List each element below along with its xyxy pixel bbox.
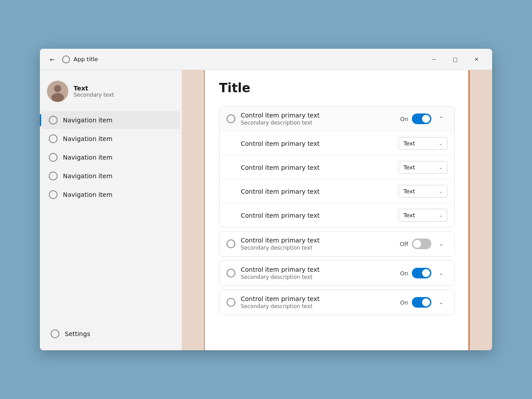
control-secondary-text: Secondary description text bbox=[241, 303, 400, 309]
control-right: Text ⌄ bbox=[399, 137, 447, 150]
right-accent-line bbox=[469, 70, 470, 350]
nav-radio-icon bbox=[49, 153, 58, 162]
control-item-1[interactable]: Control item primary text Secondary desc… bbox=[219, 106, 454, 132]
dropdown-text: Text bbox=[403, 188, 415, 195]
control-text-group: Control item primary text bbox=[241, 140, 399, 147]
chevron-down-icon: ⌄ bbox=[439, 189, 442, 194]
control-group-4: Control item primary text Secondary desc… bbox=[219, 289, 455, 315]
chevron-down-icon: ⌄ bbox=[439, 165, 442, 170]
sidebar-item-nav-5[interactable]: Navigation item bbox=[42, 186, 180, 203]
dropdown-1a[interactable]: Text ⌄ bbox=[399, 137, 447, 150]
control-right: Off ⌄ bbox=[400, 238, 447, 250]
control-item-3[interactable]: Control item primary text Secondary desc… bbox=[219, 261, 454, 286]
control-item-1d[interactable]: Control item primary text Text ⌄ bbox=[219, 203, 454, 227]
right-accent-strip bbox=[469, 70, 492, 350]
dropdown-text: Text bbox=[403, 212, 415, 219]
sidebar-item-settings[interactable]: Settings bbox=[43, 325, 178, 343]
toggle-label: Off bbox=[400, 241, 408, 247]
sidebar-item-label: Navigation item bbox=[63, 117, 113, 124]
control-right: On ⌄ bbox=[400, 296, 447, 309]
chevron-down-icon[interactable]: ⌄ bbox=[435, 267, 447, 279]
nav-radio-icon bbox=[51, 329, 59, 338]
page-title: Title bbox=[219, 81, 455, 95]
nav-radio-icon bbox=[49, 190, 58, 199]
dropdown-1b[interactable]: Text ⌄ bbox=[399, 161, 447, 174]
control-right: Text ⌄ bbox=[399, 161, 447, 174]
control-text-group: Control item primary text bbox=[241, 188, 399, 195]
toggle-label: On bbox=[400, 116, 408, 122]
toggle-thumb bbox=[422, 269, 430, 277]
app-window: ← App title − □ ✕ Text bbox=[40, 49, 492, 350]
sidebar-item-nav-4[interactable]: Navigation item bbox=[42, 167, 180, 185]
control-group-2: Control item primary text Secondary desc… bbox=[219, 231, 455, 257]
toggle-thumb bbox=[422, 115, 430, 123]
close-button[interactable]: ✕ bbox=[466, 52, 487, 66]
control-primary-text: Control item primary text bbox=[241, 266, 400, 273]
sidebar-item-label: Navigation item bbox=[63, 154, 113, 161]
svg-point-2 bbox=[51, 93, 64, 102]
control-item-1c[interactable]: Control item primary text Text ⌄ bbox=[219, 180, 454, 203]
control-right: Text ⌄ bbox=[399, 185, 447, 198]
control-primary-text: Control item primary text bbox=[241, 140, 399, 147]
chevron-down-icon[interactable]: ⌄ bbox=[435, 238, 447, 250]
minimize-button[interactable]: − bbox=[424, 52, 444, 66]
control-secondary-text: Secondary description text bbox=[241, 245, 400, 251]
control-primary-text: Control item primary text bbox=[241, 112, 400, 119]
sidebar-spacer bbox=[40, 204, 182, 321]
toggle-on-3[interactable] bbox=[412, 268, 431, 278]
settings-label: Settings bbox=[65, 330, 90, 337]
control-radio-icon bbox=[227, 298, 235, 307]
toggle-label: On bbox=[400, 299, 408, 306]
control-item-2[interactable]: Control item primary text Secondary desc… bbox=[219, 231, 454, 256]
control-primary-text: Control item primary text bbox=[241, 164, 399, 171]
chevron-down-icon: ⌄ bbox=[439, 141, 442, 146]
sidebar-item-label: Navigation item bbox=[63, 135, 113, 142]
toggle-off-2[interactable] bbox=[412, 239, 431, 249]
profile-name: Text bbox=[74, 85, 114, 92]
control-primary-text: Control item primary text bbox=[241, 295, 400, 302]
control-text-group: Control item primary text Secondary desc… bbox=[241, 295, 400, 309]
toggle-label: On bbox=[400, 270, 408, 277]
sidebar-item-label: Navigation item bbox=[63, 172, 113, 180]
chevron-down-icon[interactable]: ⌄ bbox=[435, 296, 447, 309]
main-content: Title Control item primary text Secondar… bbox=[205, 70, 469, 350]
control-radio-icon bbox=[227, 269, 235, 278]
toggle-on-1[interactable] bbox=[412, 113, 431, 124]
toggle-on-4[interactable] bbox=[412, 297, 431, 308]
nav-radio-icon bbox=[49, 172, 58, 180]
app-title: App title bbox=[74, 56, 98, 63]
control-item-1a[interactable]: Control item primary text Text ⌄ bbox=[219, 132, 454, 156]
control-right: On ⌃ bbox=[400, 113, 447, 125]
toggle-thumb bbox=[413, 240, 421, 248]
nav-radio-icon bbox=[49, 116, 58, 125]
control-radio-icon bbox=[227, 114, 235, 123]
dropdown-text: Text bbox=[403, 164, 415, 171]
chevron-up-icon[interactable]: ⌃ bbox=[435, 113, 447, 125]
control-secondary-text: Secondary description text bbox=[241, 274, 400, 280]
maximize-button[interactable]: □ bbox=[445, 52, 466, 66]
left-accent-strip bbox=[182, 70, 205, 350]
control-item-4[interactable]: Control item primary text Secondary desc… bbox=[219, 290, 454, 315]
control-text-group: Control item primary text Secondary desc… bbox=[241, 237, 400, 251]
control-group-1: Control item primary text Secondary desc… bbox=[219, 106, 455, 227]
back-button[interactable]: ← bbox=[45, 52, 59, 66]
control-primary-text: Control item primary text bbox=[241, 237, 400, 244]
control-item-1b[interactable]: Control item primary text Text ⌄ bbox=[219, 156, 454, 180]
sidebar-item-nav-2[interactable]: Navigation item bbox=[42, 130, 180, 148]
window-controls: − □ ✕ bbox=[424, 52, 487, 66]
control-secondary-text: Secondary description text bbox=[241, 120, 400, 126]
profile-text: Text Secondary text bbox=[74, 85, 114, 98]
sidebar-item-nav-3[interactable]: Navigation item bbox=[42, 149, 180, 166]
toggle-thumb bbox=[422, 298, 430, 306]
sidebar: Text Secondary text Navigation item Navi… bbox=[40, 70, 182, 350]
control-right: Text ⌄ bbox=[399, 209, 447, 222]
svg-point-1 bbox=[54, 85, 61, 92]
sidebar-item-nav-1[interactable]: Navigation item bbox=[42, 111, 180, 129]
control-text-group: Control item primary text bbox=[241, 212, 399, 219]
control-text-group: Control item primary text bbox=[241, 164, 399, 171]
control-radio-icon bbox=[227, 239, 235, 248]
titlebar: ← App title − □ ✕ bbox=[40, 49, 492, 70]
dropdown-1c[interactable]: Text ⌄ bbox=[399, 185, 447, 198]
dropdown-1d[interactable]: Text ⌄ bbox=[399, 209, 447, 222]
control-text-group: Control item primary text Secondary desc… bbox=[241, 266, 400, 280]
